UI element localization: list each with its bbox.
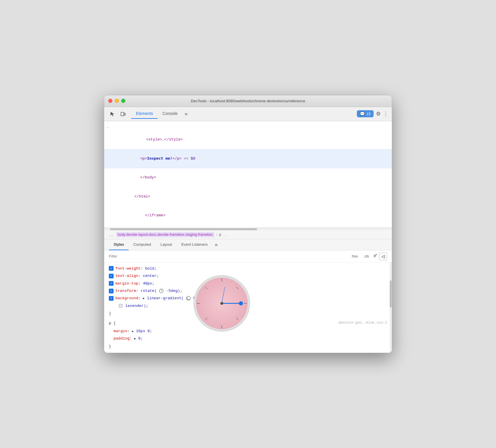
pink-swatch[interactable] xyxy=(217,297,220,300)
horizontal-scrollbar[interactable] xyxy=(104,228,392,230)
css-property-transform: transform: rotate( -5deg); xyxy=(104,287,392,295)
tab-styles[interactable]: Styles xyxy=(109,239,129,250)
svg-rect-1 xyxy=(124,113,125,115)
css-rule2-header: p { devsite-goo…-blue.css:1 xyxy=(104,317,392,327)
devtools-window: DevTools - localhost:8080/web/tools/chro… xyxy=(104,95,392,353)
css-closing-brace-1: } xyxy=(104,310,392,317)
cls-button[interactable]: .cls xyxy=(362,254,371,259)
minimize-button[interactable] xyxy=(115,99,119,103)
css-panel: font-weight: bold; text-align: center; m… xyxy=(104,263,392,353)
tab-elements[interactable]: Elements xyxy=(131,109,158,119)
vertical-scrollbar[interactable] xyxy=(390,263,392,353)
html-panel: … <style>…</style> <p>Inspect me!</p> ==… xyxy=(104,121,392,228)
html-line-html-close: </html> xyxy=(104,187,392,206)
device-mode-button[interactable] xyxy=(118,109,128,118)
more-tabs-button[interactable]: » xyxy=(182,110,190,118)
html-line-p[interactable]: <p>Inspect me!</p> == $0 xyxy=(104,149,392,168)
padding-expand-arrow[interactable]: ▶ xyxy=(134,337,136,340)
more-options-icon[interactable]: ⋮ xyxy=(383,111,388,117)
filter-bar: :hov .cls + ▸ ◁ xyxy=(104,250,392,263)
styles-more-button[interactable]: » xyxy=(212,240,220,249)
filter-actions: :hov .cls + ▸ ◁ xyxy=(349,252,387,260)
horizontal-scrollbar-thumb[interactable] xyxy=(110,228,257,230)
panel-icon-button[interactable]: ◁ xyxy=(379,252,387,260)
checkbox-transform[interactable] xyxy=(109,289,114,293)
filter-input[interactable] xyxy=(109,254,347,258)
add-rule-button[interactable]: + ▸ xyxy=(373,253,377,260)
checkbox-background[interactable] xyxy=(109,296,114,301)
css-property-font-weight: font-weight: bold; xyxy=(104,265,392,272)
devtools-body: … <style>…</style> <p>Inspect me!</p> ==… xyxy=(104,121,392,353)
css-property-padding: padding: ▶ 0; xyxy=(104,335,392,342)
html-line-body-close: </body> xyxy=(104,168,392,187)
breadcrumb-main[interactable]: body.devsite-layout-docs.devsite-framebo… xyxy=(116,232,214,237)
css-closing-brace-2: } xyxy=(104,342,392,350)
css-property-margin-top: margin-top: 40px; xyxy=(104,280,392,287)
maximize-button[interactable] xyxy=(121,99,125,103)
css-property-text-align: text-align: center; xyxy=(104,272,392,280)
vertical-scrollbar-thumb[interactable] xyxy=(390,280,392,307)
breadcrumb-ellipsis[interactable]: … xyxy=(109,232,114,237)
source-link[interactable]: devsite-goo…-blue.css:1 xyxy=(338,320,387,327)
lavender-swatch[interactable] xyxy=(119,304,122,307)
angle-icon-inline[interactable] xyxy=(186,296,191,300)
settings-icon[interactable]: ⚙ xyxy=(376,111,381,117)
clock-icon-inline[interactable] xyxy=(159,289,164,293)
chat-icon: 💬 xyxy=(360,111,365,116)
background-expand-arrow[interactable]: ▶ xyxy=(143,297,145,300)
title-bar: DevTools - localhost:8080/web/tools/chro… xyxy=(104,95,392,107)
tab-layout[interactable]: Layout xyxy=(156,239,177,250)
tab-computed[interactable]: Computed xyxy=(129,239,156,250)
devtools-topbar: Elements Console » 💬 15 ⚙ ⋮ xyxy=(104,107,392,121)
traffic-lights xyxy=(108,99,125,103)
css-property-background: background: ▶ linear-gradient( 0.25turn,… xyxy=(104,295,392,302)
window-title: DevTools - localhost:8080/web/tools/chro… xyxy=(191,99,305,103)
checkbox-margin-top[interactable] xyxy=(109,281,114,286)
chat-count: 15 xyxy=(367,112,371,116)
breadcrumb-more-icon: … xyxy=(225,233,228,237)
css-property-margin: margin: ▶ 16px 0; xyxy=(104,327,392,335)
css-property-lavender: lavender); xyxy=(104,302,392,310)
hov-button[interactable]: :hov xyxy=(349,254,360,259)
checkbox-font-weight[interactable] xyxy=(109,266,114,271)
tab-console[interactable]: Console xyxy=(158,109,182,119)
svg-rect-0 xyxy=(121,112,124,116)
html-line-iframe-close: </iframe> xyxy=(104,206,392,225)
checkbox-text-align[interactable] xyxy=(109,274,114,278)
breadcrumb: … body.devsite-layout-docs.devsite-frame… xyxy=(104,230,392,239)
ellipsis-button[interactable]: … xyxy=(104,123,392,130)
right-controls: 💬 15 ⚙ ⋮ xyxy=(357,110,388,117)
breadcrumb-secondary[interactable]: p xyxy=(219,233,221,237)
chat-badge[interactable]: 💬 15 xyxy=(357,110,374,117)
inspect-element-button[interactable] xyxy=(108,109,117,118)
tab-event-listeners[interactable]: Event Listeners xyxy=(177,239,212,250)
close-button[interactable] xyxy=(108,99,112,103)
html-line-style: <style>…</style> xyxy=(104,130,392,149)
top-tab-bar: Elements Console » xyxy=(131,109,356,119)
styles-tab-bar: Styles Computed Layout Event Listeners » xyxy=(104,239,392,250)
margin-expand-arrow[interactable]: ▶ xyxy=(132,330,134,333)
